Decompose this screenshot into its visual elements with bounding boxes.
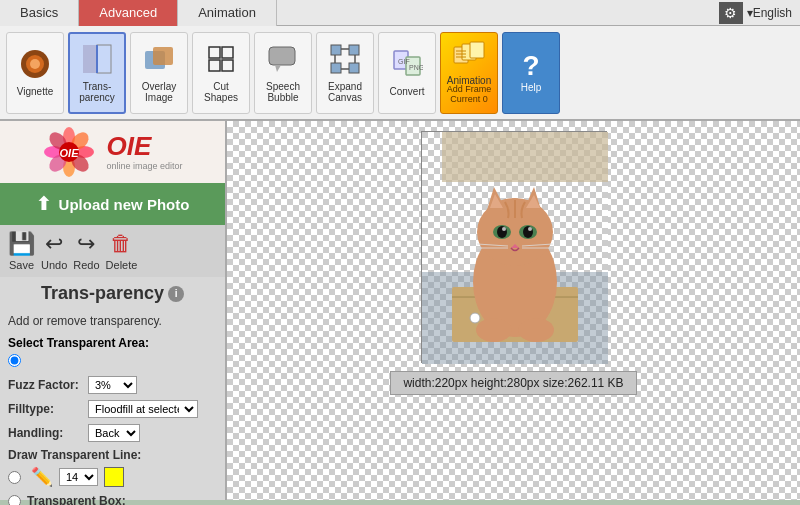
save-label: Save xyxy=(9,259,34,271)
tool-expand-canvas[interactable]: Expand Canvas xyxy=(316,32,374,114)
panel-content: Add or remove transparency. Select Trans… xyxy=(0,308,225,505)
draw-line-label: Draw Transparent Line: xyxy=(8,448,217,462)
tab-animation[interactable]: Animation xyxy=(178,0,277,26)
delete-button[interactable]: 🗑 Delete xyxy=(106,231,138,271)
upload-label: Upload new Photo xyxy=(59,196,190,213)
tab-basics[interactable]: Basics xyxy=(0,0,79,26)
language-label[interactable]: ▾English xyxy=(747,6,792,20)
logo-sub: online image editor xyxy=(106,161,182,172)
upload-icon: ⬆ xyxy=(36,193,51,215)
convert-label: Convert xyxy=(389,86,424,97)
transparency-label: Trans-parency xyxy=(72,81,122,103)
svg-rect-7 xyxy=(153,47,173,65)
redo-button[interactable]: ↪ Redo xyxy=(73,231,99,271)
handling-select[interactable]: BackFront xyxy=(88,424,140,442)
svg-point-57 xyxy=(502,227,506,231)
canvas-area: width:220px height:280px size:262.11 KB xyxy=(227,121,800,500)
svg-rect-3 xyxy=(83,45,97,73)
svg-marker-13 xyxy=(275,65,281,72)
left-panel: OIE OIE online image editor ⬆ Upload new… xyxy=(0,121,227,500)
logo-area: OIE OIE online image editor xyxy=(0,121,225,183)
save-icon: 💾 xyxy=(8,231,35,257)
filltype-label: Filltype: xyxy=(8,402,88,416)
panel-description: Add or remove transparency. xyxy=(8,314,217,328)
panel-title: Trans-parency i xyxy=(0,277,225,308)
expand-canvas-icon xyxy=(329,43,361,79)
fuzz-factor-row: Fuzz Factor: 3%1%2%5%10% xyxy=(8,376,217,394)
logo-oie: OIE xyxy=(106,132,182,161)
transparent-box-row: Transparent Box: xyxy=(8,494,217,505)
filltype-select[interactable]: Floodfill at selected ColoWhole Image xyxy=(88,400,198,418)
svg-text:PNG: PNG xyxy=(409,64,423,71)
transparent-box-radio[interactable] xyxy=(8,495,21,506)
redo-label: Redo xyxy=(73,259,99,271)
svg-rect-18 xyxy=(349,63,359,73)
speech-bubble-icon xyxy=(267,43,299,79)
svg-rect-9 xyxy=(222,47,233,58)
pencil-icon: ✏️ xyxy=(31,466,53,488)
toolbar: Vignette Trans-parency Overlay Image xyxy=(0,26,800,121)
transparent-area-radio[interactable] xyxy=(8,354,21,367)
panel-title-text: Trans-parency xyxy=(41,283,164,304)
tab-advanced[interactable]: Advanced xyxy=(79,0,178,26)
info-icon[interactable]: i xyxy=(168,286,184,302)
upload-button[interactable]: ⬆ Upload new Photo xyxy=(0,183,225,225)
tool-transparency[interactable]: Trans-parency xyxy=(68,32,126,114)
overlay-label: Overlay Image xyxy=(133,81,185,103)
select-area-label: Select Transparent Area: xyxy=(8,336,217,350)
top-nav: Basics Advanced Animation ⚙ ▾English xyxy=(0,0,800,26)
save-button[interactable]: 💾 Save xyxy=(8,231,35,271)
expand-canvas-label: Expand Canvas xyxy=(319,81,371,103)
delete-icon: 🗑 xyxy=(110,231,132,257)
vignette-label: Vignette xyxy=(17,86,54,97)
fuzz-label: Fuzz Factor: xyxy=(8,378,88,392)
delete-label: Delete xyxy=(106,259,138,271)
filltype-row: Filltype: Floodfill at selected ColoWhol… xyxy=(8,400,217,418)
tool-vignette[interactable]: Vignette xyxy=(6,32,64,114)
tool-speech-bubble[interactable]: Speech Bubble xyxy=(254,32,312,114)
svg-point-2 xyxy=(30,59,40,69)
svg-point-66 xyxy=(470,313,480,323)
kitten-svg xyxy=(422,132,608,364)
transparent-box-label: Transparent Box: xyxy=(27,494,126,505)
redo-icon: ↪ xyxy=(77,231,95,257)
svg-point-65 xyxy=(518,318,554,342)
draw-line-radio[interactable] xyxy=(8,471,21,484)
action-bar: 💾 Save ↩ Undo ↪ Redo 🗑 Delete xyxy=(0,225,225,277)
nav-settings: ⚙ ▾English xyxy=(719,2,800,24)
tool-animation[interactable]: Animation Add Frame Current 0 xyxy=(440,32,498,114)
fuzz-select[interactable]: 3%1%2%5%10% xyxy=(88,376,137,394)
tool-overlay[interactable]: Overlay Image xyxy=(130,32,188,114)
speech-bubble-label: Speech Bubble xyxy=(257,81,309,103)
animation-badge: Add Frame Current 0 xyxy=(443,84,495,104)
transparent-box-section: Transparent Box: Remove Area xyxy=(8,494,217,505)
svg-rect-25 xyxy=(470,42,484,58)
svg-rect-15 xyxy=(331,45,341,55)
handling-row: Handling: BackFront xyxy=(8,424,217,442)
overlay-icon xyxy=(143,43,175,79)
tool-cut-shapes[interactable]: Cut Shapes xyxy=(192,32,250,114)
help-icon: ? xyxy=(522,52,539,80)
convert-icon: GIF PNG xyxy=(391,48,423,84)
tool-convert[interactable]: GIF PNG Convert xyxy=(378,32,436,114)
vignette-icon xyxy=(19,48,51,84)
help-label: Help xyxy=(521,82,542,93)
image-container xyxy=(421,131,607,363)
svg-rect-17 xyxy=(331,63,341,73)
svg-rect-11 xyxy=(222,60,233,71)
image-info-bar: width:220px height:280px size:262.11 KB xyxy=(390,371,636,395)
draw-line-row: ✏️ 14810121620 xyxy=(8,466,217,488)
svg-rect-46 xyxy=(442,132,608,182)
line-color-swatch[interactable] xyxy=(104,467,124,487)
cut-shapes-icon xyxy=(205,43,237,79)
line-size-select[interactable]: 14810121620 xyxy=(59,468,98,486)
svg-rect-16 xyxy=(349,45,359,55)
svg-point-58 xyxy=(528,227,532,231)
handling-label: Handling: xyxy=(8,426,88,440)
tool-help[interactable]: ? Help xyxy=(502,32,560,114)
settings-icon[interactable]: ⚙ xyxy=(719,2,743,24)
svg-point-64 xyxy=(476,318,512,342)
animation-icon xyxy=(453,41,485,73)
undo-button[interactable]: ↩ Undo xyxy=(41,231,67,271)
cut-shapes-label: Cut Shapes xyxy=(195,81,247,103)
